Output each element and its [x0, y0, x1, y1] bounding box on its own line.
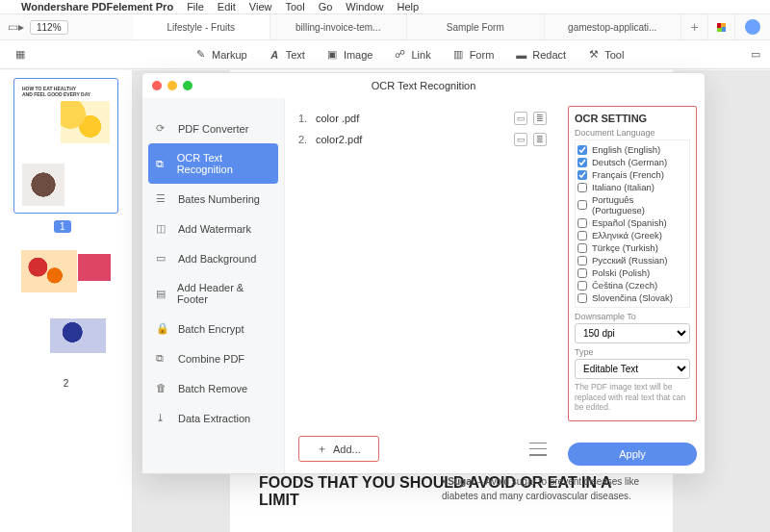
tab-lifestyle-fruits[interactable]: Lifestyle - Fruits: [133, 14, 270, 39]
language-label: Türkçe (Turkish): [592, 242, 658, 253]
sidebar-item-label: Batch Encrypt: [178, 323, 244, 335]
menu-tool[interactable]: Tool: [285, 1, 304, 13]
window-topbar: ▭▸ 112% Lifestyle - Fruits billing-invoi…: [0, 14, 770, 40]
tool-label: Text: [286, 49, 305, 61]
language-label: Italiano (Italian): [592, 182, 654, 192]
language-option[interactable]: Español (Spanish): [578, 216, 687, 229]
list-options-icon[interactable]: [529, 443, 547, 456]
language-checkbox[interactable]: [578, 281, 587, 291]
language-option[interactable]: Polski (Polish): [578, 266, 687, 279]
close-icon[interactable]: [152, 81, 162, 90]
plus-icon: ＋: [317, 442, 327, 456]
menu-file[interactable]: File: [187, 1, 204, 13]
file-preview-icon[interactable]: ▭: [514, 133, 527, 146]
sidebar-item-combine[interactable]: ⧉Combine PDF: [142, 343, 284, 373]
language-checkbox[interactable]: [578, 243, 587, 253]
sidebar-item-header-footer[interactable]: ▤Add Header & Footer: [142, 273, 284, 314]
downsample-select[interactable]: 150 dpi: [575, 323, 690, 343]
menu-edit[interactable]: Edit: [218, 1, 236, 13]
sidebar-item-label: OCR Text Recognition: [177, 152, 270, 175]
sidebar-item-label: Add Background: [178, 253, 256, 265]
sidebar-item-bates[interactable]: ☰Bates Numbering: [142, 184, 284, 214]
modal-file-list: 1.color .pdf▭≣2.color2.pdf▭≣ ＋Add...: [285, 98, 560, 473]
minimize-icon[interactable]: [167, 81, 177, 90]
page-thumbnail-1[interactable]: [13, 78, 118, 214]
type-label: Type: [575, 347, 690, 357]
tool-markup[interactable]: ✎Markup: [194, 48, 247, 61]
language-checkbox[interactable]: [578, 218, 587, 228]
tool-form[interactable]: ▥Form: [452, 48, 495, 61]
language-option[interactable]: Русский (Russian): [578, 254, 687, 266]
language-label: Čeština (Czech): [592, 280, 657, 291]
sidebar-item-label: PDF Converter: [178, 123, 248, 135]
language-checkbox[interactable]: [578, 231, 587, 241]
language-checkbox[interactable]: [578, 268, 587, 278]
file-settings-icon[interactable]: ≣: [533, 112, 547, 125]
language-option[interactable]: Türkçe (Turkish): [578, 241, 687, 254]
sidebar-item-watermark[interactable]: ◫Add Watermark: [142, 214, 284, 243]
text-icon: A: [269, 48, 281, 61]
sidebar-item-label: Data Extraction: [178, 413, 250, 424]
tool-label: Redact: [532, 49, 566, 61]
tool-text[interactable]: AText: [269, 48, 305, 61]
thumbnails-view-icon[interactable]: ▦: [15, 48, 25, 61]
user-avatar-icon[interactable]: [745, 19, 760, 35]
type-select[interactable]: Editable Text: [575, 359, 690, 379]
apply-button[interactable]: Apply: [568, 443, 697, 466]
main-toolbar: ▦ ✎Markup AText ▣Image ☍Link ▥Form ▬Reda…: [0, 40, 770, 69]
sidebar-item-encrypt[interactable]: 🔒Batch Encrypt: [142, 314, 284, 343]
tool-redact[interactable]: ▬Redact: [515, 48, 566, 61]
page-thumbnail-2[interactable]: [13, 242, 118, 374]
language-checkbox[interactable]: [578, 293, 587, 303]
sidebar-toggle-icon[interactable]: ▭▸: [8, 20, 24, 34]
modal-sidebar: ⟳PDF Converter ⧉OCR Text Recognition ☰Ba…: [142, 98, 285, 473]
language-checkbox[interactable]: [578, 200, 587, 210]
tool-label: Image: [344, 49, 373, 61]
maximize-icon[interactable]: [183, 81, 192, 90]
language-list[interactable]: English (English)Deutsch (German)Françai…: [575, 139, 690, 308]
ocr-settings-heading: OCR SETTING: [575, 113, 690, 124]
add-file-button[interactable]: ＋Add...: [298, 436, 379, 462]
tool-tool[interactable]: ⚒Tool: [587, 48, 624, 61]
language-option[interactable]: Čeština (Czech): [578, 279, 687, 291]
language-option[interactable]: Italiano (Italian): [578, 181, 687, 193]
language-option[interactable]: Ελληνικά (Greek): [578, 229, 687, 241]
language-label: Polski (Polish): [592, 267, 650, 278]
language-option[interactable]: Français (French): [578, 168, 687, 181]
reader-view-icon[interactable]: ▭: [751, 48, 760, 61]
language-label: Ελληνικά (Greek): [592, 230, 662, 241]
sidebar-item-ocr[interactable]: ⧉OCR Text Recognition: [148, 143, 278, 184]
tab-gamestop-application[interactable]: gamestop-applicati...: [545, 14, 682, 39]
file-row[interactable]: 2.color2.pdf▭≣: [298, 129, 547, 150]
file-preview-icon[interactable]: ▭: [514, 112, 527, 125]
sidebar-item-pdf-converter[interactable]: ⟳PDF Converter: [142, 114, 284, 143]
menu-go[interactable]: Go: [319, 1, 333, 13]
tab-sample-form[interactable]: Sample Form: [407, 14, 545, 39]
language-checkbox[interactable]: [578, 158, 587, 167]
language-checkbox[interactable]: [578, 256, 587, 266]
language-checkbox[interactable]: [578, 170, 587, 180]
tab-billing-invoice[interactable]: billing-invoice-tem...: [270, 14, 408, 39]
language-checkbox[interactable]: [578, 145, 587, 155]
language-option[interactable]: Slovenčina (Slovak): [578, 291, 687, 304]
zoom-level[interactable]: 112%: [30, 20, 68, 35]
language-checkbox[interactable]: [578, 183, 587, 192]
sidebar-item-extract[interactable]: ⤓Data Extraction: [142, 403, 284, 433]
tool-link[interactable]: ☍Link: [394, 48, 430, 61]
file-settings-icon[interactable]: ≣: [533, 133, 547, 146]
menu-help[interactable]: Help: [397, 1, 419, 13]
watermark-icon: ◫: [156, 222, 168, 235]
sidebar-item-background[interactable]: ▭Add Background: [142, 243, 284, 273]
menu-view[interactable]: View: [249, 1, 272, 13]
language-option[interactable]: Deutsch (German): [578, 156, 687, 168]
language-option[interactable]: Português (Portuguese): [578, 193, 687, 216]
menu-window[interactable]: Window: [346, 1, 383, 13]
sidebar-item-remove[interactable]: 🗑Batch Remove: [142, 373, 284, 403]
tool-image[interactable]: ▣Image: [326, 48, 373, 61]
file-row[interactable]: 1.color .pdf▭≣: [298, 108, 547, 129]
app-name[interactable]: Wondershare PDFelement Pro: [21, 1, 173, 13]
apps-grid-icon[interactable]: [708, 14, 735, 39]
language-option[interactable]: English (English): [578, 143, 687, 156]
new-tab-button[interactable]: +: [681, 14, 708, 39]
downsample-label: Downsample To: [575, 312, 690, 321]
